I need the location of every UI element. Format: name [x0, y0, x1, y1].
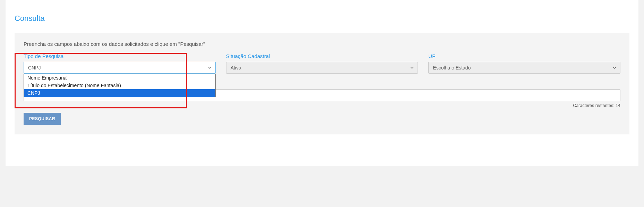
select-tipo-pesquisa[interactable]: CNPJ	[24, 62, 216, 74]
label-tipo-pesquisa: Tipo de Pesquisa	[24, 53, 216, 59]
select-situacao-value: Ativa	[231, 65, 241, 71]
dropdown-tipo-pesquisa: Nome Empresarial Título do Estabelecimen…	[24, 74, 216, 97]
dropdown-option-nome-empresarial[interactable]: Nome Empresarial	[24, 74, 215, 82]
main-panel: Consulta Preencha os campos abaixo com o…	[6, 0, 638, 166]
char-counter-prefix: Caracteres restantes:	[573, 103, 616, 108]
select-situacao-wrap: Ativa	[226, 62, 418, 74]
select-uf-value: Escolha o Estado	[433, 65, 471, 71]
chevron-down-icon	[208, 66, 212, 70]
select-tipo-pesquisa-value: CNPJ	[28, 65, 41, 71]
chevron-down-icon	[410, 66, 414, 70]
select-uf[interactable]: Escolha o Estado	[428, 62, 620, 74]
field-uf: UF Escolha o Estado	[428, 53, 620, 74]
form-panel: Preencha os campos abaixo com os dados s…	[15, 33, 629, 134]
page-title: Consulta	[15, 14, 629, 23]
label-uf: UF	[428, 53, 620, 59]
search-button[interactable]: PESQUISAR	[24, 113, 61, 125]
instructions-text: Preencha os campos abaixo com os dados s…	[24, 41, 620, 47]
field-situacao-cadastral: Situação Cadastral Ativa	[226, 53, 418, 74]
field-tipo-pesquisa: Tipo de Pesquisa CNPJ Nome Empresarial T…	[24, 53, 216, 74]
select-situacao-cadastral[interactable]: Ativa	[226, 62, 418, 74]
label-situacao-cadastral: Situação Cadastral	[226, 53, 418, 59]
form-row-selects: Tipo de Pesquisa CNPJ Nome Empresarial T…	[24, 53, 620, 74]
select-uf-wrap: Escolha o Estado	[428, 62, 620, 74]
dropdown-option-cnpj[interactable]: CNPJ	[24, 89, 215, 97]
char-counter-value: 14	[616, 103, 620, 108]
chevron-down-icon	[612, 66, 617, 70]
char-counter: Caracteres restantes: 14	[24, 103, 620, 108]
dropdown-option-nome-fantasia[interactable]: Título do Estabelecimento (Nome Fantasia…	[24, 82, 215, 89]
select-tipo-pesquisa-wrap: CNPJ Nome Empresarial Título do Estabele…	[24, 62, 216, 74]
